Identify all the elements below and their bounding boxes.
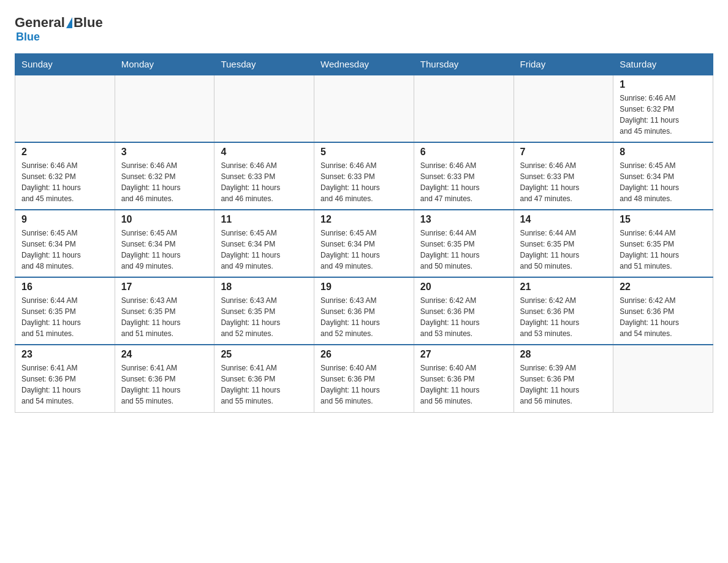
day-number: 5 bbox=[320, 147, 408, 158]
day-number: 12 bbox=[320, 214, 408, 225]
calendar-header-tuesday: Tuesday bbox=[214, 54, 314, 75]
calendar-cell: 25Sunrise: 6:41 AM Sunset: 6:36 PM Dayli… bbox=[214, 345, 314, 412]
calendar-cell: 4Sunrise: 6:46 AM Sunset: 6:33 PM Daylig… bbox=[214, 142, 314, 210]
calendar-cell bbox=[15, 75, 115, 142]
calendar-week-row: 9Sunrise: 6:45 AM Sunset: 6:34 PM Daylig… bbox=[15, 210, 713, 277]
calendar-header-monday: Monday bbox=[115, 54, 214, 75]
calendar-week-row: 2Sunrise: 6:46 AM Sunset: 6:32 PM Daylig… bbox=[15, 142, 713, 210]
calendar-cell: 11Sunrise: 6:45 AM Sunset: 6:34 PM Dayli… bbox=[214, 210, 314, 277]
calendar-cell bbox=[214, 75, 314, 142]
calendar-cell bbox=[613, 345, 713, 412]
calendar-cell: 1Sunrise: 6:46 AM Sunset: 6:32 PM Daylig… bbox=[613, 75, 713, 142]
calendar-cell: 23Sunrise: 6:41 AM Sunset: 6:36 PM Dayli… bbox=[15, 345, 115, 412]
page-header: General Blue Blue Blue bbox=[15, 15, 713, 44]
day-number: 14 bbox=[520, 214, 607, 225]
day-number: 8 bbox=[620, 147, 707, 158]
day-number: 6 bbox=[420, 147, 507, 158]
calendar-cell: 7Sunrise: 6:46 AM Sunset: 6:33 PM Daylig… bbox=[514, 142, 613, 210]
day-info: Sunrise: 6:40 AM Sunset: 6:36 PM Dayligh… bbox=[320, 362, 408, 407]
day-number: 2 bbox=[21, 147, 108, 158]
calendar-header-thursday: Thursday bbox=[414, 54, 514, 75]
calendar-week-row: 23Sunrise: 6:41 AM Sunset: 6:36 PM Dayli… bbox=[15, 345, 713, 412]
day-info: Sunrise: 6:42 AM Sunset: 6:36 PM Dayligh… bbox=[520, 295, 607, 339]
day-info: Sunrise: 6:45 AM Sunset: 6:34 PM Dayligh… bbox=[221, 228, 308, 272]
calendar-table: SundayMondayTuesdayWednesdayThursdayFrid… bbox=[15, 53, 713, 413]
calendar-cell: 2Sunrise: 6:46 AM Sunset: 6:32 PM Daylig… bbox=[15, 142, 115, 210]
calendar-cell: 9Sunrise: 6:45 AM Sunset: 6:34 PM Daylig… bbox=[15, 210, 115, 277]
calendar-cell: 19Sunrise: 6:43 AM Sunset: 6:36 PM Dayli… bbox=[314, 277, 414, 345]
calendar-week-row: 1Sunrise: 6:46 AM Sunset: 6:32 PM Daylig… bbox=[15, 75, 713, 142]
calendar-cell: 12Sunrise: 6:45 AM Sunset: 6:34 PM Dayli… bbox=[314, 210, 414, 277]
day-number: 25 bbox=[221, 349, 308, 360]
calendar-cell: 18Sunrise: 6:43 AM Sunset: 6:35 PM Dayli… bbox=[214, 277, 314, 345]
calendar-cell: 8Sunrise: 6:45 AM Sunset: 6:34 PM Daylig… bbox=[613, 142, 713, 210]
day-info: Sunrise: 6:46 AM Sunset: 6:32 PM Dayligh… bbox=[21, 160, 108, 204]
day-info: Sunrise: 6:43 AM Sunset: 6:35 PM Dayligh… bbox=[121, 295, 208, 339]
day-number: 23 bbox=[21, 349, 108, 360]
day-number: 27 bbox=[420, 349, 507, 360]
calendar-cell: 21Sunrise: 6:42 AM Sunset: 6:36 PM Dayli… bbox=[514, 277, 613, 345]
calendar-cell: 3Sunrise: 6:46 AM Sunset: 6:32 PM Daylig… bbox=[115, 142, 214, 210]
day-info: Sunrise: 6:42 AM Sunset: 6:36 PM Dayligh… bbox=[420, 295, 507, 339]
day-number: 13 bbox=[420, 214, 507, 225]
day-number: 22 bbox=[620, 282, 707, 293]
calendar-week-row: 16Sunrise: 6:44 AM Sunset: 6:35 PM Dayli… bbox=[15, 277, 713, 345]
day-info: Sunrise: 6:39 AM Sunset: 6:36 PM Dayligh… bbox=[520, 362, 607, 407]
day-number: 7 bbox=[520, 147, 607, 158]
logo-general-text: General bbox=[15, 15, 65, 31]
calendar-cell: 6Sunrise: 6:46 AM Sunset: 6:33 PM Daylig… bbox=[414, 142, 514, 210]
calendar-header-friday: Friday bbox=[514, 54, 613, 75]
day-number: 21 bbox=[520, 282, 607, 293]
day-info: Sunrise: 6:41 AM Sunset: 6:36 PM Dayligh… bbox=[221, 362, 308, 407]
calendar-cell: 15Sunrise: 6:44 AM Sunset: 6:35 PM Dayli… bbox=[613, 210, 713, 277]
calendar-cell: 24Sunrise: 6:41 AM Sunset: 6:36 PM Dayli… bbox=[115, 345, 214, 412]
day-number: 26 bbox=[320, 349, 408, 360]
day-info: Sunrise: 6:46 AM Sunset: 6:33 PM Dayligh… bbox=[520, 160, 607, 204]
calendar-cell bbox=[514, 75, 613, 142]
calendar-cell: 17Sunrise: 6:43 AM Sunset: 6:35 PM Dayli… bbox=[115, 277, 214, 345]
calendar-cell: 5Sunrise: 6:46 AM Sunset: 6:33 PM Daylig… bbox=[314, 142, 414, 210]
calendar-cell: 20Sunrise: 6:42 AM Sunset: 6:36 PM Dayli… bbox=[414, 277, 514, 345]
day-number: 1 bbox=[620, 79, 707, 90]
calendar-cell bbox=[414, 75, 514, 142]
day-number: 15 bbox=[620, 214, 707, 225]
calendar-cell bbox=[314, 75, 414, 142]
day-info: Sunrise: 6:45 AM Sunset: 6:34 PM Dayligh… bbox=[21, 228, 108, 272]
day-info: Sunrise: 6:45 AM Sunset: 6:34 PM Dayligh… bbox=[121, 228, 208, 272]
day-info: Sunrise: 6:41 AM Sunset: 6:36 PM Dayligh… bbox=[121, 362, 208, 407]
day-info: Sunrise: 6:43 AM Sunset: 6:35 PM Dayligh… bbox=[221, 295, 308, 339]
day-info: Sunrise: 6:46 AM Sunset: 6:32 PM Dayligh… bbox=[620, 93, 707, 137]
logo: General Blue Blue Blue bbox=[15, 15, 103, 44]
logo-blue-text: Blue bbox=[74, 15, 103, 31]
calendar-cell: 22Sunrise: 6:42 AM Sunset: 6:36 PM Dayli… bbox=[613, 277, 713, 345]
calendar-cell: 13Sunrise: 6:44 AM Sunset: 6:35 PM Dayli… bbox=[414, 210, 514, 277]
day-number: 10 bbox=[121, 214, 208, 225]
calendar-cell: 28Sunrise: 6:39 AM Sunset: 6:36 PM Dayli… bbox=[514, 345, 613, 412]
day-info: Sunrise: 6:45 AM Sunset: 6:34 PM Dayligh… bbox=[320, 228, 408, 272]
day-info: Sunrise: 6:46 AM Sunset: 6:33 PM Dayligh… bbox=[221, 160, 308, 204]
calendar-header-wednesday: Wednesday bbox=[314, 54, 414, 75]
day-number: 20 bbox=[420, 282, 507, 293]
day-number: 17 bbox=[121, 282, 208, 293]
calendar-cell: 27Sunrise: 6:40 AM Sunset: 6:36 PM Dayli… bbox=[414, 345, 514, 412]
logo-blue-line: Blue bbox=[16, 31, 40, 44]
day-info: Sunrise: 6:44 AM Sunset: 6:35 PM Dayligh… bbox=[21, 295, 108, 339]
day-info: Sunrise: 6:44 AM Sunset: 6:35 PM Dayligh… bbox=[520, 228, 607, 272]
day-number: 11 bbox=[221, 214, 308, 225]
day-info: Sunrise: 6:42 AM Sunset: 6:36 PM Dayligh… bbox=[620, 295, 707, 339]
day-info: Sunrise: 6:40 AM Sunset: 6:36 PM Dayligh… bbox=[420, 362, 507, 407]
day-info: Sunrise: 6:41 AM Sunset: 6:36 PM Dayligh… bbox=[21, 362, 108, 407]
day-info: Sunrise: 6:46 AM Sunset: 6:33 PM Dayligh… bbox=[420, 160, 507, 204]
day-number: 18 bbox=[221, 282, 308, 293]
day-number: 3 bbox=[121, 147, 208, 158]
calendar-cell: 26Sunrise: 6:40 AM Sunset: 6:36 PM Dayli… bbox=[314, 345, 414, 412]
day-number: 24 bbox=[121, 349, 208, 360]
day-info: Sunrise: 6:46 AM Sunset: 6:33 PM Dayligh… bbox=[320, 160, 408, 204]
calendar-cell: 16Sunrise: 6:44 AM Sunset: 6:35 PM Dayli… bbox=[15, 277, 115, 345]
day-number: 28 bbox=[520, 349, 607, 360]
day-info: Sunrise: 6:45 AM Sunset: 6:34 PM Dayligh… bbox=[620, 160, 707, 204]
calendar-cell: 10Sunrise: 6:45 AM Sunset: 6:34 PM Dayli… bbox=[115, 210, 214, 277]
calendar-cell bbox=[115, 75, 214, 142]
day-info: Sunrise: 6:46 AM Sunset: 6:32 PM Dayligh… bbox=[121, 160, 208, 204]
day-info: Sunrise: 6:44 AM Sunset: 6:35 PM Dayligh… bbox=[420, 228, 507, 272]
